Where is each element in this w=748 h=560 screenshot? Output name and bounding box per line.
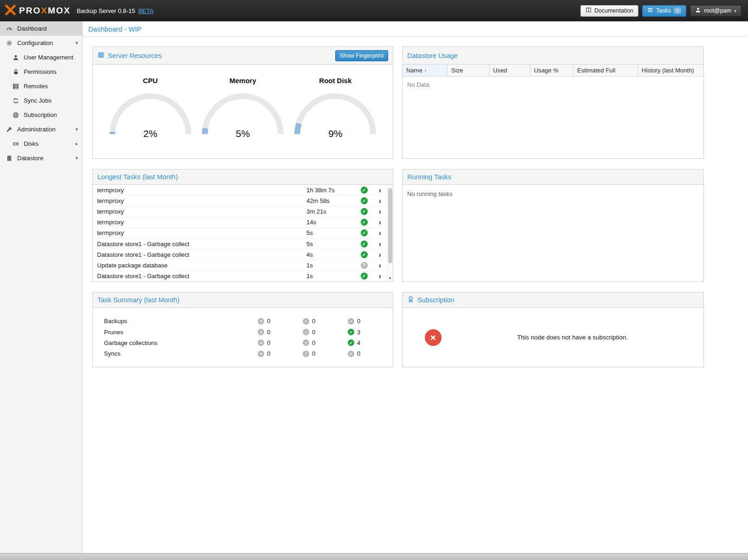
chevron-down-icon: ▾ bbox=[734, 8, 736, 13]
open-task-chevron-icon[interactable]: › bbox=[373, 208, 387, 215]
ok-icon: ✓ bbox=[348, 351, 354, 357]
task-row[interactable]: termproxy 14s ✓ › bbox=[93, 217, 387, 228]
subscription-message: This node does not have a subscription. bbox=[442, 334, 703, 341]
life-ring-icon bbox=[12, 112, 20, 118]
sidebar-item-administration[interactable]: Administration ▾ bbox=[0, 122, 82, 137]
sidebar-item-configuration[interactable]: Configuration ▾ bbox=[0, 36, 82, 50]
panel-title: Datastore Usage bbox=[407, 52, 458, 59]
chevron-down-icon[interactable]: ▾ bbox=[75, 40, 82, 46]
scrollbar-thumb[interactable] bbox=[388, 188, 392, 263]
product-version: Backup Server 0.8-15 bbox=[77, 7, 135, 14]
status-unknown-icon: ? bbox=[361, 262, 368, 269]
status-ok-icon: ✓ bbox=[361, 197, 368, 204]
status-ok-icon: ✓ bbox=[361, 208, 368, 215]
ribbon-icon bbox=[407, 296, 414, 304]
summary-row: Garbage collections ×0 !0 ✓4 bbox=[93, 338, 393, 348]
empty-text: No Data bbox=[403, 77, 703, 93]
status-ok-icon: ✓ bbox=[361, 187, 368, 194]
column-header-name[interactable]: Name ↑ bbox=[403, 65, 448, 76]
error-icon: × bbox=[258, 339, 264, 346]
open-task-chevron-icon[interactable]: › bbox=[373, 186, 387, 194]
task-list-icon bbox=[647, 7, 653, 14]
open-task-chevron-icon[interactable]: › bbox=[373, 240, 387, 248]
sync-refresh-icon bbox=[12, 98, 20, 104]
longest-tasks-panel: Longest Tasks (last Month) termproxy 1h … bbox=[92, 169, 393, 282]
sidebar-item-subscription[interactable]: Subscription bbox=[0, 108, 82, 122]
documentation-button[interactable]: Documentation bbox=[580, 5, 638, 17]
panel-title: Longest Tasks (last Month) bbox=[98, 173, 178, 181]
task-row[interactable]: Datastore store1 - Garbage collect 1s ✓ … bbox=[93, 271, 387, 282]
open-task-chevron-icon[interactable]: › bbox=[373, 197, 387, 205]
brand-text: PROXMOX bbox=[19, 6, 71, 16]
open-task-chevron-icon[interactable]: › bbox=[373, 272, 387, 280]
wrench-icon bbox=[6, 126, 13, 133]
ok-icon: ✓ bbox=[348, 339, 354, 346]
empty-text: No running tasks bbox=[403, 185, 703, 281]
status-ok-icon: ✓ bbox=[361, 229, 368, 236]
proxmox-x-icon bbox=[5, 4, 16, 17]
open-task-chevron-icon[interactable]: › bbox=[373, 229, 387, 237]
panel-title: Running Tasks bbox=[407, 173, 451, 181]
chevron-down-icon[interactable]: ▾ bbox=[75, 126, 82, 132]
hdd-icon bbox=[12, 141, 20, 147]
ok-icon: ✓ bbox=[348, 318, 354, 325]
datastore-table-header: Name ↑ Size Used Usage % Estimated Full … bbox=[403, 65, 703, 77]
tasks-count-badge: 0 bbox=[674, 7, 681, 14]
datastore-usage-panel: Datastore Usage Name ↑ Size Used Usage %… bbox=[402, 46, 704, 159]
chevron-right-icon[interactable]: ▸ bbox=[75, 141, 82, 147]
scroll-down-arrow-icon[interactable]: ▾ bbox=[387, 276, 393, 280]
sidebar-item-user-management[interactable]: User Management bbox=[0, 50, 82, 65]
sidebar-item-sync-jobs[interactable]: Sync Jobs bbox=[0, 93, 82, 108]
sidebar-item-remotes[interactable]: Remotes bbox=[0, 79, 82, 93]
server-resources-icon bbox=[98, 52, 104, 60]
ok-icon: ✓ bbox=[348, 329, 354, 335]
book-icon bbox=[585, 7, 592, 14]
warning-icon: ! bbox=[303, 318, 309, 325]
sidebar-item-disks[interactable]: Disks ▸ bbox=[0, 137, 82, 151]
panel-title: Server Resources bbox=[108, 52, 162, 59]
task-row[interactable]: Update package database 1s ? › bbox=[93, 260, 387, 271]
column-header-used[interactable]: Used bbox=[489, 65, 530, 76]
task-row[interactable]: termproxy 42m 58s ✓ › bbox=[93, 195, 387, 206]
user-menu-button[interactable]: root@pam ▾ bbox=[690, 5, 741, 17]
show-fingerprint-button[interactable]: Show Fingerprint bbox=[335, 50, 389, 61]
task-row[interactable]: termproxy 5s ✓ › bbox=[93, 228, 387, 239]
horizontal-scrollbar[interactable] bbox=[0, 553, 748, 560]
tasks-button[interactable]: Tasks 0 bbox=[642, 5, 686, 17]
user-icon bbox=[12, 54, 20, 61]
column-header-history[interactable]: History (last Month) bbox=[638, 65, 703, 76]
gears-icon bbox=[6, 40, 13, 46]
open-task-chevron-icon[interactable]: › bbox=[373, 218, 387, 226]
sidebar-item-datastore[interactable]: Datastore ▾ bbox=[0, 151, 82, 165]
root-disk-percent: 9% bbox=[291, 128, 379, 139]
sidebar-item-permissions[interactable]: Permissions bbox=[0, 65, 82, 79]
cpu-percent: 2% bbox=[106, 128, 195, 139]
task-summary-panel: Task Summary (last Month) Backups ×0 !0 … bbox=[92, 292, 393, 367]
open-task-chevron-icon[interactable]: › bbox=[373, 261, 387, 269]
error-icon: × bbox=[258, 329, 264, 335]
warning-icon: ! bbox=[303, 329, 309, 335]
column-header-estimated-full[interactable]: Estimated Full bbox=[573, 65, 638, 76]
cpu-gauge: CPU 2% bbox=[106, 77, 195, 137]
status-ok-icon: ✓ bbox=[361, 241, 368, 247]
root-disk-gauge: Root Disk 9% bbox=[291, 77, 379, 137]
warning-icon: ! bbox=[303, 351, 309, 357]
task-row[interactable]: termproxy 3m 21s ✓ › bbox=[93, 206, 387, 217]
sidebar-item-dashboard[interactable]: Dashboard bbox=[0, 21, 82, 36]
task-row[interactable]: termproxy 1h 38m 7s ✓ › bbox=[93, 185, 387, 195]
status-ok-icon: ✓ bbox=[361, 251, 368, 258]
chevron-down-icon[interactable]: ▾ bbox=[75, 155, 82, 161]
task-row[interactable]: Datastore store1 - Garbage collect 5s ✓ … bbox=[93, 239, 387, 249]
task-row[interactable]: Datastore store1 - Garbage collect 4s ✓ … bbox=[93, 249, 387, 260]
panel-title: Task Summary (last Month) bbox=[98, 296, 179, 304]
vertical-scrollbar[interactable]: ▾ bbox=[387, 185, 393, 281]
top-bar: PROXMOX Backup Server 0.8-15 BETA Docume… bbox=[0, 0, 748, 21]
column-header-size[interactable]: Size bbox=[448, 65, 489, 76]
column-header-usage-pct[interactable]: Usage % bbox=[530, 65, 573, 76]
beta-link[interactable]: BETA bbox=[138, 7, 154, 14]
page-title-bar: Dashboard - WIP bbox=[83, 21, 748, 37]
open-task-chevron-icon[interactable]: › bbox=[373, 251, 387, 259]
dashboard-gauge-icon bbox=[6, 26, 13, 32]
building-icon bbox=[6, 155, 13, 162]
no-subscription-error-icon: × bbox=[425, 329, 442, 346]
